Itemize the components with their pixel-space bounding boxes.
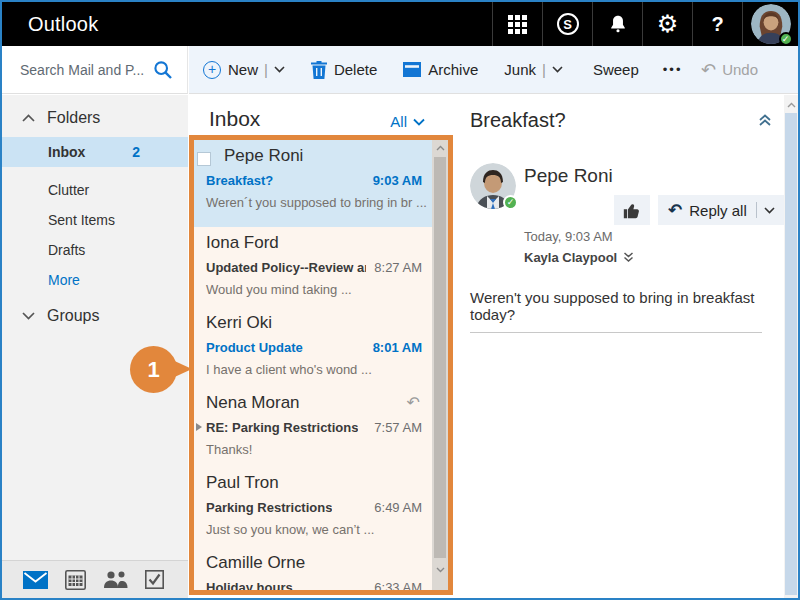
- sidebar-item-inbox[interactable]: Inbox 2: [2, 137, 188, 167]
- calendar-module-button[interactable]: [65, 570, 86, 590]
- reading-pane: Breakfast? ✓ Pepe Roni ↶ Reply all: [458, 95, 798, 598]
- unread-count-badge: 2: [132, 144, 140, 160]
- people-module-button[interactable]: [103, 571, 128, 588]
- message-row-iona-ford[interactable]: Iona Ford Updated Policy--Review and... …: [194, 227, 432, 307]
- delete-button[interactable]: Delete: [311, 61, 377, 79]
- message-list-highlight: Pepe Roni Breakfast? 9:03 AM Weren´t you…: [189, 135, 453, 595]
- groups-label: Groups: [47, 307, 99, 325]
- message-subject: Holiday hours: [206, 580, 293, 595]
- app-launcher-icon: [508, 15, 527, 34]
- scroll-up-icon[interactable]: [432, 140, 448, 156]
- folders-label: Folders: [47, 109, 100, 127]
- message-time: 8:01 AM: [373, 340, 422, 355]
- new-dropdown[interactable]: [274, 66, 285, 73]
- sweep-label: Sweep: [593, 61, 639, 78]
- sidebar-item-drafts[interactable]: Drafts: [2, 235, 188, 265]
- filter-label: All: [390, 113, 407, 130]
- recipient-row[interactable]: Kayla Claypool: [524, 250, 634, 265]
- account-button[interactable]: ✓: [742, 2, 798, 46]
- sidebar-item-more[interactable]: More: [2, 265, 188, 295]
- more-commands-button[interactable]: •••: [663, 62, 683, 77]
- message-subject: Parking Restrictions: [206, 500, 332, 515]
- folders-header[interactable]: Folders: [2, 95, 188, 137]
- search-icon[interactable]: [153, 60, 173, 80]
- list-title: Inbox: [209, 107, 260, 131]
- message-list-pane: Inbox All Pepe Roni Breakfast? 9:03 AM W…: [189, 95, 457, 598]
- message-row-paul-tron[interactable]: Paul Tron Parking Restrictions 6:49 AM J…: [194, 467, 432, 547]
- scrollbar-thumb[interactable]: [434, 157, 446, 558]
- sidebar-item-clutter[interactable]: Clutter: [2, 175, 188, 205]
- app-launcher-button[interactable]: [492, 2, 542, 46]
- new-button[interactable]: + New: [203, 61, 258, 79]
- message-preview: Just so you know, we can’t ...: [206, 522, 374, 537]
- sender-name: Pepe Roni: [224, 146, 303, 166]
- presence-badge: ✓: [503, 195, 518, 210]
- message-subject: RE: Parking Restrictions: [206, 420, 358, 435]
- divider: [470, 332, 762, 333]
- message-row-nena-moran[interactable]: Nena Moran ↶ RE: Parking Restrictions 7:…: [194, 387, 432, 467]
- message-preview: Thanks!: [206, 442, 252, 457]
- top-bar: Outlook S ⚙ ?: [2, 2, 798, 46]
- message-row-pepe-roni[interactable]: Pepe Roni Breakfast? 9:03 AM Weren´t you…: [194, 140, 432, 227]
- groups-header[interactable]: Groups: [2, 295, 188, 335]
- junk-dropdown[interactable]: [552, 66, 563, 73]
- app-logo[interactable]: Outlook: [28, 13, 98, 36]
- module-switcher: [2, 560, 188, 598]
- message-time: 8:27 AM: [374, 260, 422, 275]
- chevron-down-icon[interactable]: [764, 207, 775, 214]
- message-list-scrollbar[interactable]: [432, 140, 448, 590]
- expand-conversation-icon[interactable]: [196, 423, 202, 431]
- gear-icon: ⚙: [657, 12, 679, 36]
- user-avatar: ✓: [751, 4, 791, 44]
- junk-button[interactable]: Junk: [504, 61, 536, 78]
- collapse-icon[interactable]: [758, 113, 772, 127]
- mail-toolbar: + New | Delete Archive Junk |: [189, 46, 798, 94]
- email-timestamp: Today, 9:03 AM: [524, 229, 613, 244]
- double-chevron-down-icon: [623, 252, 634, 263]
- message-time: 6:49 AM: [374, 500, 422, 515]
- replied-icon: ↶: [407, 393, 420, 412]
- like-button[interactable]: [614, 195, 650, 225]
- help-icon: ?: [711, 13, 723, 36]
- sidebar-item-sent-items[interactable]: Sent Items: [2, 205, 188, 235]
- message-time: 7:57 AM: [374, 420, 422, 435]
- archive-icon: [403, 62, 421, 77]
- sender-name[interactable]: Pepe Roni: [524, 165, 613, 187]
- scroll-down-icon[interactable]: [432, 562, 448, 578]
- sender-name: Camille Orne: [206, 553, 305, 573]
- help-button[interactable]: ?: [692, 2, 742, 46]
- chevron-up-icon: [22, 114, 35, 122]
- sender-avatar[interactable]: ✓: [470, 163, 516, 209]
- message-preview: Would you mind taking ...: [206, 282, 352, 297]
- archive-button[interactable]: Archive: [403, 61, 478, 78]
- tasks-module-button[interactable]: [145, 570, 164, 589]
- chevron-down-icon: [552, 66, 563, 73]
- message-preview: Weren´t you supposed to bring in br ...: [206, 195, 427, 210]
- reading-pane-scrollbar[interactable]: [784, 95, 798, 598]
- message-list: Pepe Roni Breakfast? 9:03 AM Weren´t you…: [194, 140, 432, 590]
- filter-dropdown[interactable]: All: [390, 113, 425, 130]
- search-box[interactable]: Search Mail and P...: [2, 46, 188, 94]
- plus-icon: +: [203, 61, 221, 79]
- message-row-kerri-oki[interactable]: Kerri Oki Product Update 8:01 AM I have …: [194, 307, 432, 387]
- sender-name: Kerri Oki: [206, 313, 272, 333]
- reply-all-button[interactable]: ↶ Reply all: [658, 195, 785, 225]
- callout-step-1: 1: [130, 346, 177, 393]
- message-checkbox[interactable]: [197, 152, 211, 166]
- sweep-button[interactable]: Sweep: [593, 61, 639, 78]
- command-bar: Search Mail and P... + New | Delete Arch…: [2, 46, 798, 94]
- notifications-button[interactable]: [592, 2, 642, 46]
- delete-label: Delete: [334, 61, 377, 78]
- message-row-camille-orne[interactable]: Camille Orne Holiday hours 6:33 AM: [194, 547, 432, 590]
- settings-button[interactable]: ⚙: [642, 2, 692, 46]
- undo-button[interactable]: ↶ Undo: [701, 59, 758, 81]
- sender-name: Iona Ford: [206, 233, 279, 253]
- skype-button[interactable]: S: [542, 2, 592, 46]
- mail-module-button[interactable]: [23, 571, 48, 589]
- scroll-up-icon[interactable]: [784, 97, 798, 113]
- sender-name: Nena Moran: [206, 393, 300, 413]
- archive-label: Archive: [428, 61, 478, 78]
- email-body: Weren't you supposed to bring in breakfa…: [470, 289, 798, 323]
- undo-icon: ↶: [701, 59, 716, 81]
- scrollbar-thumb[interactable]: [785, 113, 797, 595]
